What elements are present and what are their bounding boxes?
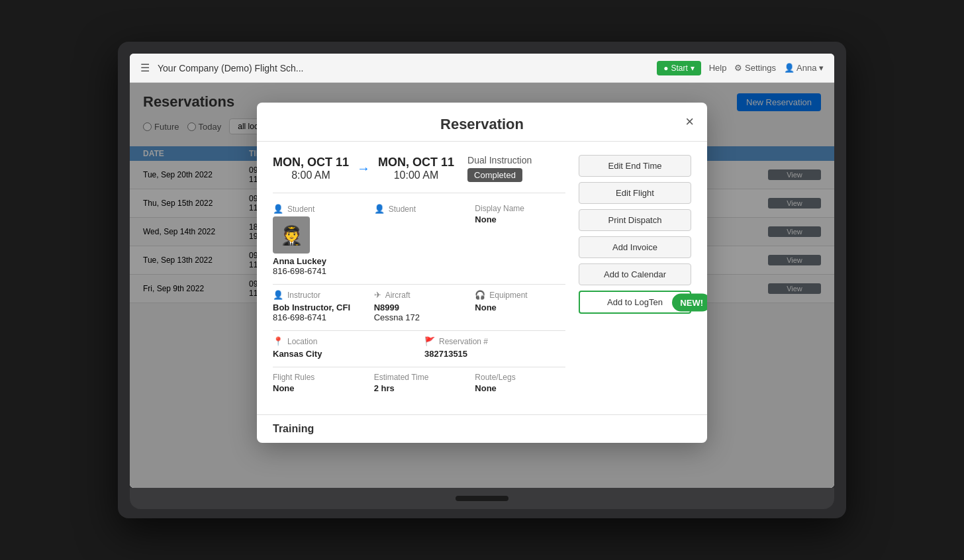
instructor-name: Bob Instructor, CFI — [273, 303, 363, 312]
student-phone: 816-698-6741 — [273, 266, 363, 276]
end-time: 10:00 AM — [378, 169, 454, 181]
equipment-label: Equipment — [489, 291, 527, 300]
reservation-modal: Reservation × MON, OCT 11 — [257, 103, 707, 443]
flight-time-row: MON, OCT 11 8:00 AM → MON, OCT 11 10:00 … — [273, 155, 565, 193]
add-invoice-button[interactable]: Add Invoice — [579, 236, 691, 258]
flight-rules-label: Flight Rules — [273, 373, 363, 382]
end-date: MON, OCT 11 — [378, 156, 454, 169]
modal-header: Reservation × — [257, 103, 707, 142]
student-name: Anna Luckey — [273, 256, 363, 266]
start-icon: ● — [663, 64, 668, 73]
estimated-time-label: Estimated Time — [374, 373, 465, 382]
route-legs-label: Route/Legs — [475, 373, 565, 382]
edit-flight-button[interactable]: Edit Flight — [579, 182, 691, 204]
edit-end-time-button[interactable]: Edit End Time — [579, 155, 691, 177]
student-label: Student — [287, 205, 314, 214]
student-block: 👤 Student 🧑‍✈️ Anna Luckey 816-698-6741 — [273, 204, 363, 276]
modal-close-button[interactable]: × — [685, 115, 694, 129]
location-label: Location — [287, 337, 317, 346]
route-legs-block: Route/Legs None — [475, 373, 565, 393]
app-body: Reservations Future Today all locations — [130, 83, 834, 488]
estimated-time-block: Estimated Time 2 hrs — [374, 373, 465, 393]
equipment-block: 🎧 Equipment None — [475, 290, 565, 322]
display-name-label: Display Name — [475, 204, 565, 213]
flight-rules-row: Flight Rules None Estimated Time 2 hrs R… — [273, 373, 565, 393]
equipment-icon: 🎧 — [475, 290, 485, 300]
student2-label: Student — [389, 205, 416, 214]
location-icon: 📍 — [273, 336, 283, 346]
instructor-row: 👤 Instructor Bob Instructor, CFI 816-698… — [273, 290, 565, 322]
estimated-time-value: 2 hrs — [374, 383, 465, 393]
aircraft-icon: ✈ — [374, 290, 381, 300]
hamburger-icon[interactable]: ☰ — [140, 62, 150, 74]
new-badge: NEW! — [672, 293, 707, 311]
start-button[interactable]: ● Start ▾ — [657, 61, 701, 75]
route-legs-value: None — [475, 383, 565, 393]
reservation-num-block: 🚩 Reservation # 382713515 — [424, 336, 565, 359]
modal-overlay: Reservation × MON, OCT 11 — [130, 83, 834, 488]
instructor-phone: 816-698-6741 — [273, 312, 363, 322]
app-header: ☰ Your Company (Demo) Flight Sch... ● St… — [130, 54, 834, 83]
modal-body: MON, OCT 11 8:00 AM → MON, OCT 11 10:00 … — [257, 142, 707, 414]
aircraft-block: ✈ Aircraft N8999 Cessna 172 — [374, 290, 465, 322]
location-row: 📍 Location Kansas City 🚩 Reserva — [273, 336, 565, 359]
student2-icon: 👤 — [374, 204, 385, 214]
training-section: Training — [257, 414, 707, 443]
reservation-num-label: Reservation # — [439, 337, 488, 346]
end-date-block: MON, OCT 11 10:00 AM — [378, 156, 454, 181]
start-time: 8:00 AM — [273, 169, 349, 181]
flight-type-label: Dual Instruction — [467, 155, 532, 165]
flight-rules-block: Flight Rules None — [273, 373, 363, 393]
flight-rules-value: None — [273, 383, 363, 393]
display-name-value: None — [475, 214, 565, 224]
app-title: Your Company (Demo) Flight Sch... — [158, 63, 649, 73]
instructor-icon: 👤 — [273, 290, 283, 300]
arrow-icon: → — [357, 161, 370, 176]
aircraft-model: Cessna 172 — [374, 312, 465, 322]
main-content: Reservations Future Today all locations — [130, 83, 834, 488]
student-row: 👤 Student 🧑‍✈️ Anna Luckey 816-698-6741 — [273, 204, 565, 276]
equipment-value: None — [475, 303, 565, 312]
print-dispatch-button[interactable]: Print Dispatch — [579, 209, 691, 231]
status-badge: Completed — [467, 168, 522, 182]
student-avatar: 🧑‍✈️ — [273, 216, 310, 254]
settings-link[interactable]: ⚙ Settings — [734, 63, 776, 73]
instructor-label: Instructor — [287, 291, 320, 300]
aircraft-label: Aircraft — [385, 291, 410, 300]
instructor-block: 👤 Instructor Bob Instructor, CFI 816-698… — [273, 290, 363, 322]
aircraft-tail: N8999 — [374, 303, 465, 312]
user-menu[interactable]: 👤 Anna ▾ — [784, 63, 824, 73]
modal-actions: Edit End Time Edit Flight Print Dispatch… — [579, 155, 691, 401]
add-to-calendar-button[interactable]: Add to Calendar — [579, 263, 691, 285]
reservation-num-icon: 🚩 — [424, 336, 435, 346]
location-value: Kansas City — [273, 349, 414, 359]
modal-left: MON, OCT 11 8:00 AM → MON, OCT 11 10:00 … — [273, 155, 565, 401]
display-name-block: Display Name None — [475, 204, 565, 276]
reservation-num-value: 382713515 — [424, 349, 565, 359]
modal-title: Reservation — [440, 116, 524, 133]
header-actions: ● Start ▾ Help ⚙ Settings 👤 Anna ▾ — [657, 61, 824, 75]
flight-type-block: Dual Instruction Completed — [467, 155, 532, 182]
student-icon: 👤 — [273, 204, 283, 214]
location-block: 📍 Location Kansas City — [273, 336, 414, 359]
start-date-block: MON, OCT 11 8:00 AM — [273, 156, 349, 181]
start-date: MON, OCT 11 — [273, 156, 349, 169]
laptop-notch — [456, 496, 508, 501]
student2-block: 👤 Student — [374, 204, 465, 276]
training-title: Training — [273, 423, 691, 435]
help-link[interactable]: Help — [709, 63, 727, 73]
